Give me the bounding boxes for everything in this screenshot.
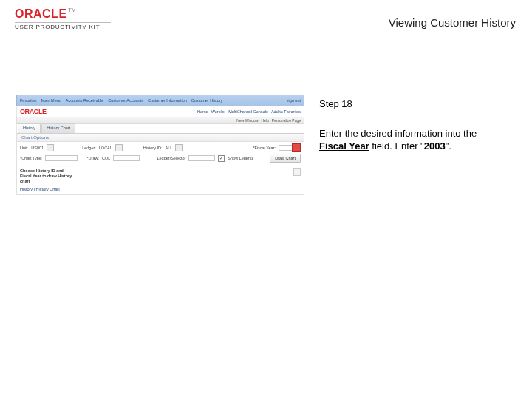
brand-logo: ORACLE [15, 7, 67, 20]
nav-main-menu[interactable]: Main Menu [41, 98, 61, 103]
label-legend: Ledger/Selector [157, 156, 186, 160]
brand-divider [15, 22, 111, 23]
label-show-legend: Show Legend [228, 156, 253, 160]
instr-end: ". [446, 140, 451, 151]
lookup-unit-icon[interactable] [47, 144, 54, 151]
link-mcc[interactable]: MultiChannel Console [228, 109, 268, 114]
lookup-history-icon[interactable] [175, 144, 183, 151]
nav-cust-accounts[interactable]: Customer Accounts [108, 98, 143, 103]
value-history-id: ALL [166, 146, 173, 150]
instr-field: Fiscal Year [319, 140, 369, 151]
page-header: ORACLETM USER PRODUCTIVITY KIT Viewing C… [0, 0, 532, 44]
nav-cust-history[interactable]: Customer History [191, 98, 222, 103]
label-chart-type: *Chart Type: [20, 156, 42, 160]
lookup-ledger-icon[interactable] [115, 144, 123, 151]
label-unit: Unit: [20, 146, 28, 150]
app-tabrow: History History Chart [16, 124, 304, 134]
value-unit: US001 [31, 146, 44, 150]
label-draw: *Draw: [86, 156, 99, 160]
result-line1: Choose History ID and [20, 168, 301, 174]
instruction-text: Enter the desired information into the F… [319, 127, 504, 153]
nav-signout[interactable]: sign out [287, 98, 301, 103]
instr-value: 2003 [424, 140, 446, 151]
form-row-1: Unit: US001 Ledger: LOCAL History ID: AL… [20, 144, 301, 151]
step-highlight-icon [292, 143, 301, 152]
link-add-fav[interactable]: Add to Favorites [271, 109, 301, 114]
instr-post: field. Enter " [369, 140, 424, 151]
select-draw[interactable] [113, 155, 140, 161]
tab-history[interactable]: History [18, 123, 41, 133]
tool-help[interactable]: Help [262, 118, 269, 123]
section-chart-options: Chart Options [16, 134, 304, 142]
result-link[interactable]: History | History Chart [20, 187, 301, 191]
form-chart-options: Unit: US001 Ledger: LOCAL History ID: AL… [16, 142, 304, 166]
result-line2: Fiscal Year to draw History [20, 174, 301, 179]
tool-personalize[interactable]: Personalize Page [272, 118, 301, 123]
instruction-panel: Step 18 Enter the desired information in… [319, 98, 504, 153]
link-home[interactable]: Home [197, 109, 208, 114]
app-topnav: Favorites Main Menu Accounts Receivable … [16, 95, 304, 106]
result-area: Choose History ID and Fiscal Year to dra… [16, 166, 304, 195]
select-chart-type[interactable] [45, 155, 78, 161]
tab-history-chart[interactable]: History Chart [41, 123, 75, 133]
page-title: Viewing Customer History [389, 16, 516, 29]
label-history-id: History ID: [143, 146, 163, 150]
app-brand-links: Home Worklist MultiChannel Console Add t… [197, 109, 301, 114]
select-legend[interactable] [188, 155, 215, 161]
nav-ar[interactable]: Accounts Receivable [66, 98, 103, 103]
instr-pre: Enter the desired information into the [319, 128, 477, 139]
form-row-2: *Chart Type: *Draw: COL Ledger/Selector … [20, 154, 301, 163]
link-worklist[interactable]: Worklist [211, 109, 225, 114]
trademark: TM [69, 7, 76, 13]
nav-cust-info[interactable]: Customer Information [148, 98, 187, 103]
brand-block: ORACLETM USER PRODUCTIVITY KIT [15, 7, 126, 30]
collapse-icon[interactable] [293, 168, 301, 176]
inner-oracle-logo: ORACLE [20, 108, 47, 115]
button-draw-chart[interactable]: Draw Chart [270, 154, 301, 163]
checkbox-show-legend[interactable]: ✓ [218, 155, 225, 162]
nav-favorites[interactable]: Favorites [20, 98, 37, 103]
label-fiscal-year: *Fiscal Year: [253, 146, 276, 150]
tool-new-window[interactable]: New Window [236, 118, 258, 123]
app-brandrow: ORACLE Home Worklist MultiChannel Consol… [16, 106, 304, 117]
value-draw: COL [102, 156, 110, 160]
value-ledger: LOCAL [99, 146, 112, 150]
label-ledger: Ledger: [82, 146, 96, 150]
result-line3: chart [20, 179, 301, 184]
step-number: Step 18 [319, 98, 504, 111]
embedded-app-screenshot: Favorites Main Menu Accounts Receivable … [16, 95, 304, 195]
product-name: USER PRODUCTIVITY KIT [15, 24, 126, 30]
